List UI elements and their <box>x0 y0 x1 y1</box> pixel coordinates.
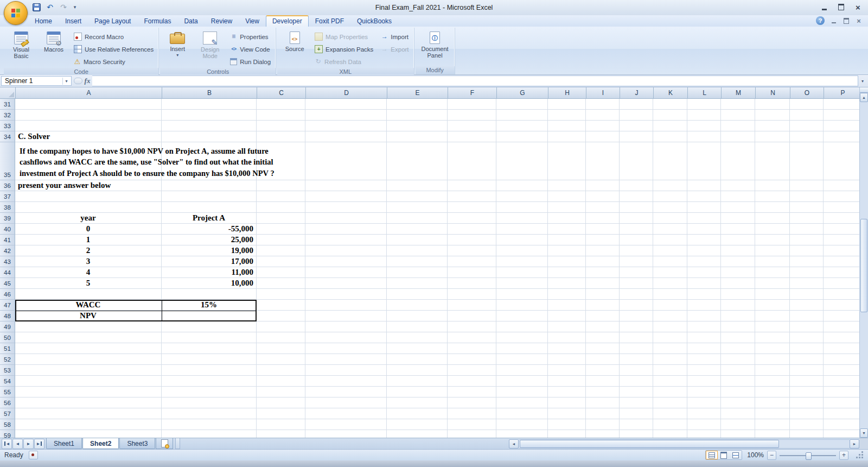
cell-M57[interactable] <box>721 408 755 419</box>
cell-K58[interactable] <box>653 419 687 430</box>
cell-A38[interactable] <box>15 202 162 213</box>
cell-G54[interactable] <box>496 376 548 387</box>
cell-G53[interactable] <box>496 365 548 376</box>
cell-C47[interactable] <box>257 300 305 311</box>
cell-O54[interactable] <box>790 376 824 387</box>
cell-J45[interactable] <box>620 278 653 289</box>
cell-E38[interactable] <box>387 202 448 213</box>
row-header-59[interactable]: 59 <box>0 430 15 438</box>
cell-H36[interactable] <box>548 180 586 191</box>
cell-C45[interactable] <box>257 278 305 289</box>
cell-F59[interactable] <box>448 430 496 438</box>
cell-E33[interactable] <box>387 121 448 131</box>
row-header-52[interactable]: 52 <box>0 354 15 365</box>
cell-D32[interactable] <box>305 110 387 121</box>
cell-D38[interactable] <box>305 202 387 213</box>
cell-J31[interactable] <box>620 99 653 110</box>
cell-K55[interactable] <box>653 387 687 397</box>
cell-F58[interactable] <box>448 419 496 430</box>
cell-B36[interactable] <box>162 180 257 191</box>
cell-L53[interactable] <box>687 365 721 376</box>
cell-P36[interactable] <box>824 180 859 191</box>
cell-J35[interactable] <box>620 142 653 180</box>
ribbon-tab-review[interactable]: Review <box>205 16 239 27</box>
insert-worksheet-button[interactable] <box>156 438 173 449</box>
cell-A52[interactable] <box>15 354 162 365</box>
cell-E52[interactable] <box>387 354 448 365</box>
cell-E40[interactable] <box>387 224 448 235</box>
cell-J34[interactable] <box>620 131 653 142</box>
cell-P59[interactable] <box>824 430 859 438</box>
document-panel-button[interactable]: ⓘ Document Panel <box>417 29 453 66</box>
cell-O39[interactable] <box>790 213 824 224</box>
cell-G36[interactable] <box>496 180 548 191</box>
ribbon-tab-insert[interactable]: Insert <box>59 16 88 27</box>
cell-A39[interactable]: year <box>15 213 162 224</box>
cell-A42[interactable]: 2 <box>15 245 162 256</box>
cell-F42[interactable] <box>448 245 496 256</box>
cell-H56[interactable] <box>548 397 586 408</box>
cell-A57[interactable] <box>15 408 162 419</box>
cell-P47[interactable] <box>824 300 859 311</box>
design-mode-button[interactable]: ✎ Design Mode <box>194 29 226 68</box>
cell-B41[interactable]: 25,000 <box>162 235 257 245</box>
cell-D53[interactable] <box>305 365 387 376</box>
cell-M47[interactable] <box>721 300 755 311</box>
sheet-tab-sheet3[interactable]: Sheet3 <box>119 438 155 449</box>
cell-N56[interactable] <box>755 397 790 408</box>
cell-I40[interactable] <box>586 224 620 235</box>
cell-G55[interactable] <box>496 387 548 397</box>
cell-A36[interactable]: present your answer below <box>15 180 162 191</box>
workbook-restore-button[interactable] <box>840 16 852 25</box>
cell-A33[interactable] <box>15 121 162 131</box>
cell-D52[interactable] <box>305 354 387 365</box>
cell-J56[interactable] <box>620 397 653 408</box>
cell-N48[interactable] <box>755 311 790 321</box>
cell-D33[interactable] <box>305 121 387 131</box>
column-header-H[interactable]: H <box>548 87 586 98</box>
cell-J46[interactable] <box>620 289 653 300</box>
cell-N42[interactable] <box>755 245 790 256</box>
cell-P37[interactable] <box>824 191 859 202</box>
cell-K57[interactable] <box>653 408 687 419</box>
cell-K46[interactable] <box>653 289 687 300</box>
column-header-D[interactable]: D <box>306 87 387 98</box>
cell-O31[interactable] <box>790 99 824 110</box>
cell-E42[interactable] <box>387 245 448 256</box>
cell-O45[interactable] <box>790 278 824 289</box>
cell-B53[interactable] <box>162 365 257 376</box>
row-header-39[interactable]: 39 <box>0 213 15 224</box>
cell-H34[interactable] <box>548 131 586 142</box>
cell-K45[interactable] <box>653 278 687 289</box>
cell-O58[interactable] <box>790 419 824 430</box>
cell-K37[interactable] <box>653 191 687 202</box>
cell-P32[interactable] <box>824 110 859 121</box>
cell-I56[interactable] <box>586 397 620 408</box>
cell-P42[interactable] <box>824 245 859 256</box>
cell-J44[interactable] <box>620 267 653 278</box>
cell-E44[interactable] <box>387 267 448 278</box>
cell-G45[interactable] <box>496 278 548 289</box>
cell-F31[interactable] <box>448 99 496 110</box>
cell-P43[interactable] <box>824 256 859 267</box>
cell-E35[interactable] <box>387 142 448 180</box>
cell-J40[interactable] <box>620 224 653 235</box>
cell-N39[interactable] <box>755 213 790 224</box>
cell-O34[interactable] <box>790 131 824 142</box>
cell-L43[interactable] <box>687 256 721 267</box>
export-button[interactable]: → Export <box>378 43 412 55</box>
cell-M35[interactable] <box>721 142 755 180</box>
zoom-in-button[interactable]: + <box>839 451 848 460</box>
cell-B42[interactable]: 19,000 <box>162 245 257 256</box>
cell-C34[interactable] <box>257 131 305 142</box>
cell-D56[interactable] <box>305 397 387 408</box>
cell-A54[interactable] <box>15 376 162 387</box>
cell-I53[interactable] <box>586 365 620 376</box>
cell-O32[interactable] <box>790 110 824 121</box>
cell-P53[interactable] <box>824 365 859 376</box>
cell-I51[interactable] <box>586 343 620 354</box>
column-header-B[interactable]: B <box>162 87 257 98</box>
cell-I35[interactable] <box>586 142 620 180</box>
cell-K42[interactable] <box>653 245 687 256</box>
cell-I44[interactable] <box>586 267 620 278</box>
